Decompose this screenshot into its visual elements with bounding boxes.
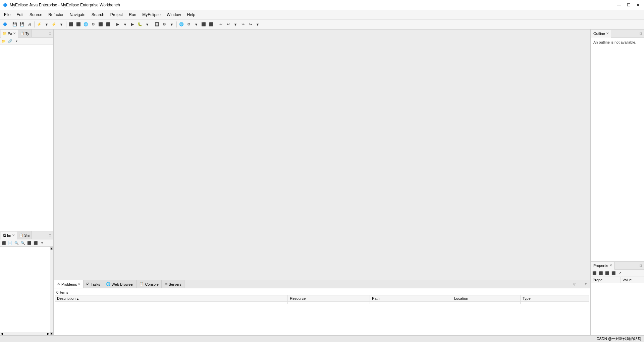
properties-btn-5[interactable]: ↗ [617, 270, 623, 276]
tab-pa-close[interactable]: ✕ [13, 32, 16, 35]
toolbar-btn-11[interactable]: ▶ [114, 21, 121, 28]
bottom-scrollbar[interactable]: ◀ ▶ [0, 332, 50, 335]
properties-btn-1[interactable]: ⬛ [591, 270, 597, 276]
tab-snippets[interactable]: 📋 Sni [17, 231, 32, 239]
image-zoom-out[interactable]: 🔍 [20, 240, 26, 246]
scroll-right-button[interactable]: ▶ [47, 332, 50, 335]
collapse-all-button[interactable]: 📁 [1, 38, 7, 44]
menu-item-search[interactable]: Search [89, 11, 107, 18]
menu-item-edit[interactable]: Edit [14, 11, 26, 18]
menu-item-file[interactable]: File [1, 11, 13, 18]
tab-tasks[interactable]: ☑ Tasks [84, 280, 103, 288]
menu-item-navigate[interactable]: Navigate [67, 11, 88, 18]
title-bar-controls: — ☐ ✕ [616, 2, 641, 8]
menu-item-myeclipse[interactable]: MyEclipse [140, 11, 163, 18]
menu-item-run[interactable]: Run [126, 11, 139, 18]
bottom-minimize-button[interactable]: _ [578, 282, 583, 287]
col-type: Type [520, 295, 589, 302]
properties-btn-4[interactable]: ⬛ [610, 270, 616, 276]
tab-web-browser[interactable]: 🌐 Web Browser [103, 280, 137, 288]
properties-minimize[interactable]: _ [632, 263, 637, 268]
toolbar-btn-15[interactable]: ⚙ [161, 21, 168, 28]
outline-maximize[interactable]: □ [638, 31, 643, 36]
image-original[interactable]: ⬛ [33, 240, 39, 246]
toolbar-btn-6[interactable]: ⬛ [75, 21, 82, 28]
tab-problems[interactable]: ⚠ Problems ✕ [54, 280, 84, 288]
toolbar-btn-7[interactable]: 🌐 [82, 21, 90, 28]
toolbar-btn-20[interactable]: ⬛ [200, 21, 207, 28]
toolbar-btn-24[interactable]: ▼ [232, 21, 239, 28]
toolbar-save-all-button[interactable]: 💾 [18, 21, 26, 28]
toolbar-btn-25[interactable]: ↪ [239, 21, 247, 28]
minimize-panel-button[interactable]: _ [41, 31, 47, 36]
right-scrollbar[interactable]: ▲ ▼ [50, 247, 53, 335]
bottom-panel-tabs: ⚠ Problems ✕ ☑ Tasks 🌐 Web Browser 📋 Con… [54, 280, 590, 288]
tab-servers[interactable]: ⚙ Servers [162, 280, 184, 288]
toolbar-btn-22[interactable]: ↩ [217, 21, 224, 28]
maximize-bottom-panel-button[interactable]: □ [47, 233, 53, 238]
toolbar-btn-5[interactable]: ⬛ [67, 21, 75, 28]
panel-toolbar-dropdown[interactable]: ▾ [13, 38, 19, 44]
toolbar-btn-2[interactable]: ▼ [43, 21, 50, 28]
menu-item-source[interactable]: Source [27, 11, 45, 18]
menu-item-refactor[interactable]: Refactor [46, 11, 66, 18]
toolbar-btn-13[interactable]: ▼ [144, 21, 151, 28]
minimize-button[interactable]: — [616, 2, 623, 8]
toolbar-save-button[interactable]: 💾 [11, 21, 18, 28]
menu-item-window[interactable]: Window [164, 11, 184, 18]
tab-properties-close[interactable]: ✕ [609, 264, 612, 267]
toolbar-btn-9[interactable]: ⬛ [97, 21, 104, 28]
minimize-bottom-panel-button[interactable]: _ [41, 233, 47, 238]
outline-minimize[interactable]: _ [632, 31, 637, 36]
toolbar-btn-19[interactable]: ▼ [193, 21, 200, 28]
toolbar-print-button[interactable]: 🖨 [26, 21, 33, 28]
properties-btn-3[interactable]: ⬛ [604, 270, 610, 276]
toolbar-debug-button[interactable]: 🐛 [136, 21, 144, 28]
tab-outline[interactable]: Outline ✕ [591, 30, 611, 38]
scroll-down-button[interactable]: ▼ [50, 332, 53, 335]
toolbar-btn-4[interactable]: ▼ [58, 21, 65, 28]
toolbar-new-button[interactable]: 🔷 [1, 21, 9, 28]
toolbar-btn-23[interactable]: ↩ [224, 21, 232, 28]
menu-item-project[interactable]: Project [108, 11, 125, 18]
toolbar-btn-12[interactable]: ▼ [121, 21, 129, 28]
properties-maximize[interactable]: □ [638, 263, 643, 268]
bottom-collapse-button[interactable]: ▽ [572, 282, 577, 287]
image-fit[interactable]: ⬛ [26, 240, 32, 246]
tab-package-explorer[interactable]: 📁 Pa ✕ [1, 30, 18, 38]
tab-image[interactable]: 🖼 Im ✕ [1, 232, 17, 239]
bottom-maximize-button[interactable]: □ [584, 282, 589, 287]
tab-type-hierarchy[interactable]: 📋 Ty [18, 30, 32, 37]
toolbar-btn-26[interactable]: ↪ [247, 21, 254, 28]
toolbar-btn-17[interactable]: 🌐 [178, 21, 185, 28]
scroll-left-button[interactable]: ◀ [0, 332, 3, 335]
toolbar-btn-3[interactable]: ⚡ [50, 21, 58, 28]
toolbar-btn-14[interactable]: 🔲 [153, 21, 161, 28]
package-explorer-icon: 📁 [3, 32, 7, 35]
tab-problems-close[interactable]: ✕ [78, 283, 80, 286]
tab-properties[interactable]: Propertie ✕ [591, 262, 614, 270]
image-btn-1[interactable]: ⬛ [1, 240, 7, 246]
toolbar-btn-8[interactable]: ⚙ [90, 21, 97, 28]
close-button[interactable]: ✕ [635, 2, 641, 8]
toolbar-btn-18[interactable]: ⚙ [185, 21, 193, 28]
tab-console[interactable]: 📋 Console [137, 280, 161, 288]
image-panel-dropdown[interactable]: ▾ [39, 240, 45, 246]
properties-btn-2[interactable]: ⬛ [598, 270, 604, 276]
image-zoom-in[interactable]: 🔍 [13, 240, 19, 246]
menu-item-help[interactable]: Help [184, 11, 198, 18]
link-editor-button[interactable]: 🔗 [7, 38, 13, 44]
image-btn-2[interactable]: 📄 [7, 240, 13, 246]
toolbar-btn-27[interactable]: ▼ [254, 21, 261, 28]
maximize-panel-button[interactable]: □ [47, 31, 53, 36]
toolbar-btn-10[interactable]: ⬛ [104, 21, 112, 28]
maximize-button[interactable]: ☐ [625, 2, 632, 8]
tab-im-close[interactable]: ✕ [12, 233, 15, 237]
tab-outline-close[interactable]: ✕ [606, 32, 609, 35]
toolbar-btn-1[interactable]: ⚡ [36, 21, 43, 28]
toolbar-run-button[interactable]: ▶ [129, 21, 136, 28]
scroll-up-button[interactable]: ▲ [50, 247, 53, 250]
toolbar-btn-16[interactable]: ▼ [168, 21, 175, 28]
console-icon: 📋 [139, 282, 144, 286]
toolbar-btn-21[interactable]: ⬛ [207, 21, 215, 28]
